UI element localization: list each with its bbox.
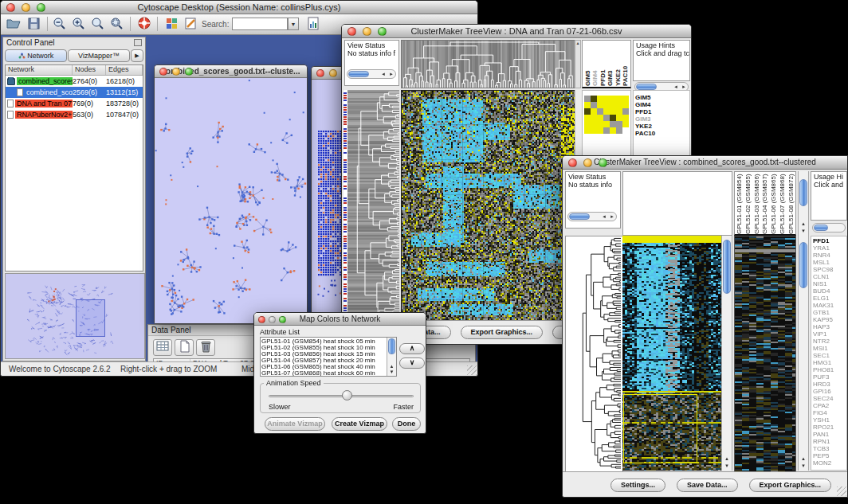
usage-hscrollbar[interactable] [812,223,846,232]
dendrogram-scroll-strip[interactable]: ▴ [575,40,581,88]
gene-name[interactable]: GPI16 [813,388,845,395]
gene-name[interactable]: YKE2 [635,123,688,130]
gene-name[interactable]: SEC24 [813,395,845,402]
close-button[interactable] [6,3,15,12]
gene-column-label[interactable]: GIM5 [584,41,591,86]
scrollbar-thumb[interactable] [723,240,731,294]
open-session-button[interactable] [4,16,23,33]
slider-thumb[interactable] [342,390,352,400]
array-column-label[interactable]: GPL51-08 (GSM872) [787,173,795,234]
minimize-button[interactable] [583,158,592,167]
search-dropdown-button[interactable]: ▼ [288,18,299,30]
scrollbar-thumb[interactable] [569,213,590,220]
help-button[interactable] [135,16,154,33]
gene-name[interactable]: PFD1 [635,108,688,115]
gene-name[interactable]: YRA1 [813,244,845,252]
gene-name[interactable]: BUD4 [813,287,845,295]
gene-name[interactable]: ELG1 [813,295,845,302]
treeview-action-button[interactable]: Save Data... [677,479,738,492]
gene-name[interactable]: GIM5 [635,94,688,101]
create-vizmap-button[interactable]: Create Vizmap [332,417,387,431]
scroll-arrows[interactable]: ▴▾ [799,455,808,469]
list-vscrollbar[interactable]: ▲▼ [387,338,396,376]
gene-column-label[interactable]: PAC10 [622,41,629,86]
gene-name[interactable]: GIM4 [635,101,688,108]
scroll-right-arrow[interactable]: ▸ [608,213,616,221]
scroll-arrows[interactable]: ▲▼ [387,364,396,375]
gene-name[interactable]: MON2 [813,459,845,467]
search-input[interactable] [232,18,288,30]
view-status-hscrollbar[interactable]: ◂ ▸ [567,212,617,221]
gene-name[interactable]: MSI1 [813,345,845,352]
scrollbar-thumb[interactable] [814,225,828,231]
network-titlebar[interactable]: combined_scores_good.txt--cluste... [155,65,307,78]
vizmapper-tool-button[interactable] [162,16,181,33]
close-button[interactable] [347,27,356,36]
gene-column-label[interactable]: GIM3 [607,41,614,86]
scroll-arrows[interactable]: ▴▾ [722,455,732,469]
network-table-row[interactable]: DNA and Tran 07 769(0) 183728(0) [6,98,143,109]
resize-grip[interactable] [837,486,846,496]
gene-name[interactable]: PAC10 [635,130,688,137]
gene-name[interactable]: NIS1 [813,280,845,287]
scrollbar-thumb[interactable] [799,179,807,206]
scroll-right-arrow[interactable]: ▸ [387,70,395,78]
scroll-left-arrow[interactable]: ◂ [379,70,387,78]
view-status-hscrollbar[interactable]: ◂ ▸ [347,69,396,79]
gene-column-label[interactable]: YKE2 [614,41,622,86]
scrollbar-thumb[interactable] [348,71,369,77]
gene-name[interactable]: HMG1 [813,359,845,366]
gene-name[interactable]: GIM3 [635,115,688,123]
array-column-label[interactable]: GPL51-04 (GSM857) [761,173,768,234]
row-dendrogram-canvas[interactable] [344,90,399,322]
float-panel-icon[interactable] [134,39,142,46]
gene-name[interactable]: KAP95 [813,316,845,323]
resize-grip[interactable] [467,365,477,375]
tab-vizmapper[interactable]: VizMapper™ [68,49,130,62]
gene-name[interactable]: HRD3 [813,381,845,388]
minimize-button[interactable] [269,316,276,323]
zoom-fit-button[interactable] [88,16,108,33]
delete-attribute-button[interactable] [196,339,215,356]
gene-name[interactable]: FIG4 [813,409,845,416]
close-button[interactable] [316,69,324,77]
minimize-button[interactable] [172,68,180,76]
gene-name[interactable]: MAK31 [813,302,845,309]
treeview-action-button[interactable]: Settings... [610,479,665,492]
gene-name[interactable]: SPC98 [813,266,845,273]
network-table-row[interactable]: RNAPuberNov2+ 563(0) 107847(0) [6,109,143,120]
column-dendrogram-area[interactable] [622,171,732,236]
scroll-left-arrow[interactable]: ◂ [600,213,608,221]
labels-vscrollbar[interactable]: ▴▾ [798,171,809,236]
array-column-label[interactable]: GPL51-01 (GSM854) [736,173,743,234]
heatmap-canvas[interactable] [401,90,575,322]
gene-name[interactable]: RPO21 [813,424,845,431]
gene-name[interactable]: MSL1 [813,259,845,266]
mini-heatmap-canvas[interactable] [584,96,629,134]
gene-name[interactable]: PAN1 [813,431,845,438]
gene-name[interactable]: HAP3 [813,323,845,330]
zoom-out-button[interactable] [50,16,69,33]
treeview2-titlebar[interactable]: ClusterMaker TreeView : combined_scores_… [563,156,847,170]
move-up-button[interactable]: ∧ [399,343,425,354]
animate-vizmap-button[interactable]: Animate Vizmap [265,417,325,431]
global-vscrollbar[interactable]: ▴▾ [798,236,809,471]
global-heatmap-canvas[interactable] [734,236,796,472]
col-network[interactable]: Network [6,65,73,75]
close-button[interactable] [568,158,577,167]
close-button[interactable] [258,316,265,323]
close-button[interactable] [159,68,167,76]
column-dendrogram-canvas[interactable] [401,40,575,88]
gene-name[interactable]: VIP1 [813,330,845,338]
gene-name[interactable]: RNR4 [813,252,845,259]
scroll-arrows[interactable]: ▴▾ [799,220,808,234]
array-column-label[interactable]: GPL51-06 (GSM865) [770,173,777,234]
gene-name[interactable]: PUF3 [813,373,845,381]
array-column-label[interactable]: GPL51-03 (GSM856) [753,173,760,234]
gene-name[interactable]: PFD1 [813,237,845,244]
network-table-row[interactable]: combined_sco 2569(6) 13112(15) [6,87,143,98]
gene-name[interactable]: CPA2 [813,402,845,409]
network-table-row[interactable]: combined_scores 2764(0) 16218(0) [6,76,143,87]
tab-network[interactable]: Network [5,49,67,62]
zoom-in-button[interactable] [69,16,88,33]
